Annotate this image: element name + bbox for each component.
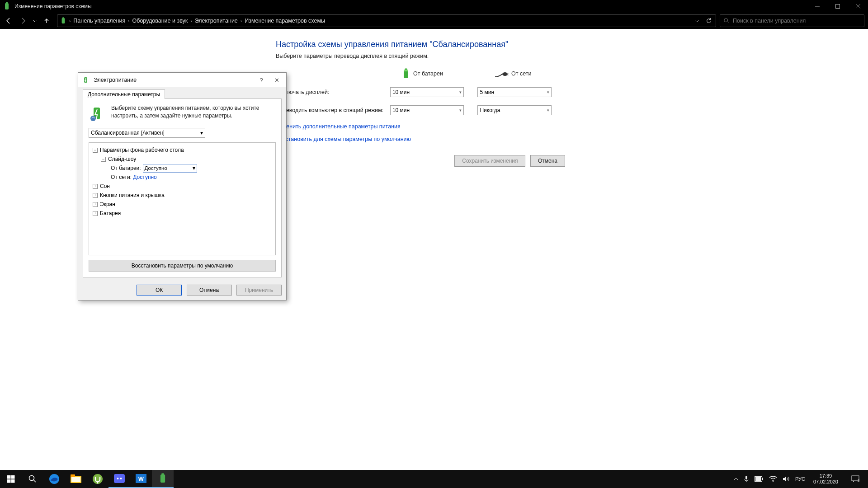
close-button[interactable]	[848, 0, 868, 13]
tree-setting-on-ac[interactable]: От сети: Доступно	[91, 173, 274, 182]
cancel-button[interactable]: Отмена	[530, 155, 565, 167]
clock[interactable]: 17:39 07.02.2020	[811, 473, 841, 485]
settings-tree[interactable]: − Параметры фона рабочего стола − Слайд-…	[89, 142, 276, 255]
tree-item-display[interactable]: + Экран	[91, 200, 274, 209]
taskbar-app-edge[interactable]	[43, 470, 65, 488]
ok-button[interactable]: ОК	[137, 285, 182, 296]
taskbar-app-word[interactable]: W	[130, 470, 152, 488]
forward-button[interactable]	[16, 14, 30, 28]
svg-rect-7	[62, 17, 64, 18]
chevron-right-icon[interactable]: ›	[68, 19, 71, 23]
tree-item-sleep[interactable]: + Сон	[91, 182, 274, 191]
restore-defaults-button[interactable]: Восстановить параметры по умолчанию	[89, 260, 276, 272]
link-change-advanced[interactable]: Изменить дополнительные параметры питани…	[276, 123, 565, 130]
dialog-description: Выберите схему управления питанием, кото…	[111, 104, 276, 122]
battery-icon	[402, 68, 410, 79]
expand-icon[interactable]: +	[93, 211, 98, 216]
collapse-icon[interactable]: −	[101, 157, 106, 162]
column-header-battery-label: От батареи	[413, 70, 443, 77]
explorer-toolbar: › Панель управления › Оборудование и зву…	[0, 13, 868, 29]
expand-icon[interactable]: +	[93, 193, 98, 198]
value-slideshow-ac[interactable]: Доступно	[133, 173, 156, 182]
power-options-icon	[82, 76, 90, 84]
select-display-plugged[interactable]: 5 мин▾	[477, 87, 552, 97]
refresh-button[interactable]	[703, 18, 715, 24]
svg-rect-22	[11, 479, 15, 483]
tree-item-desktop-background[interactable]: − Параметры фона рабочего стола	[91, 145, 274, 155]
cancel-button[interactable]: Отмена	[187, 285, 232, 296]
taskbar: W РУС 17:39 07.02.2020 2	[0, 470, 868, 488]
svg-text:2: 2	[858, 479, 859, 483]
taskbar-app-power-options[interactable]	[152, 470, 174, 488]
maximize-button[interactable]	[827, 0, 848, 13]
microphone-icon[interactable]	[744, 475, 749, 483]
search-button[interactable]	[22, 470, 43, 488]
breadcrumb-item[interactable]: Электропитание	[193, 18, 240, 24]
language-indicator[interactable]: РУС	[795, 476, 805, 482]
minimize-button[interactable]	[807, 0, 827, 13]
svg-rect-39	[762, 478, 763, 480]
power-plan-icon	[89, 104, 107, 122]
column-header-plugged: От сети	[495, 70, 565, 77]
svg-point-23	[29, 476, 34, 481]
help-button[interactable]: ?	[254, 77, 269, 84]
select-slideshow-battery[interactable]: Доступно ▾	[143, 164, 197, 173]
column-header-battery: От батареи	[402, 68, 472, 79]
search-input[interactable]	[733, 18, 864, 24]
search-box[interactable]	[720, 14, 864, 27]
select-display-battery[interactable]: 10 мин▾	[390, 87, 464, 97]
wifi-tray-icon[interactable]	[769, 476, 777, 482]
svg-text:W: W	[138, 475, 144, 482]
window-titlebar: Изменение параметров схемы	[0, 0, 868, 13]
breadcrumb-item[interactable]: Оборудование и звук	[131, 18, 190, 24]
address-bar[interactable]: › Панель управления › Оборудование и зву…	[57, 14, 716, 27]
back-button[interactable]	[2, 14, 15, 28]
tree-setting-on-battery[interactable]: От батареи: Доступно ▾	[91, 164, 274, 173]
svg-rect-12	[404, 70, 408, 71]
address-dropdown-button[interactable]	[691, 19, 703, 23]
apply-button[interactable]: Применить	[236, 285, 282, 296]
select-power-plan[interactable]: Сбалансированная [Активен] ▾	[89, 128, 205, 138]
dialog-titlebar[interactable]: Электропитание ? ✕	[78, 73, 286, 87]
link-restore-defaults[interactable]: Восстановить для схемы параметры по умол…	[276, 136, 565, 142]
recent-locations-button[interactable]	[31, 14, 39, 28]
action-center-button[interactable]: 2	[846, 475, 864, 483]
chevron-down-icon: ▾	[459, 90, 462, 94]
taskbar-app-explorer[interactable]	[65, 470, 87, 488]
chevron-right-icon[interactable]: ›	[189, 19, 193, 23]
plug-icon	[495, 70, 508, 77]
svg-rect-35	[160, 474, 165, 483]
up-button[interactable]	[40, 14, 53, 28]
start-button[interactable]	[0, 470, 22, 488]
tray-overflow-button[interactable]	[734, 477, 738, 481]
svg-rect-21	[7, 479, 11, 483]
save-button[interactable]: Сохранить изменения	[454, 155, 525, 167]
svg-point-32	[120, 478, 122, 479]
tree-item-buttons-lid[interactable]: + Кнопки питания и крышка	[91, 191, 274, 200]
tree-item-slideshow[interactable]: − Слайд-шоу	[91, 155, 274, 164]
chevron-down-icon: ▾	[547, 90, 549, 94]
svg-line-24	[33, 480, 36, 482]
chevron-right-icon[interactable]: ›	[127, 19, 130, 23]
volume-tray-icon[interactable]	[783, 476, 790, 482]
chevron-down-icon: ▾	[200, 130, 203, 136]
svg-rect-36	[161, 473, 164, 474]
svg-rect-20	[11, 475, 15, 479]
svg-rect-6	[62, 18, 65, 23]
chevron-down-icon: ▾	[547, 108, 549, 113]
taskbar-app-utorrent[interactable]	[87, 470, 108, 488]
dialog-title: Электропитание	[94, 77, 254, 83]
select-sleep-battery[interactable]: 10 мин▾	[390, 105, 464, 115]
breadcrumb-item[interactable]: Изменение параметров схемы	[243, 18, 327, 24]
tab-advanced[interactable]: Дополнительные параметры	[83, 89, 165, 99]
taskbar-app-discord[interactable]	[108, 470, 130, 488]
tree-item-battery[interactable]: + Батарея	[91, 209, 274, 218]
expand-icon[interactable]: +	[93, 184, 98, 189]
expand-icon[interactable]: +	[93, 202, 98, 207]
breadcrumb-item[interactable]: Панель управления	[71, 18, 127, 24]
battery-tray-icon[interactable]	[755, 476, 764, 482]
chevron-right-icon[interactable]: ›	[240, 19, 243, 23]
collapse-icon[interactable]: −	[93, 148, 98, 153]
select-sleep-plugged[interactable]: Никогда▾	[477, 105, 552, 115]
close-button[interactable]: ✕	[269, 77, 284, 84]
